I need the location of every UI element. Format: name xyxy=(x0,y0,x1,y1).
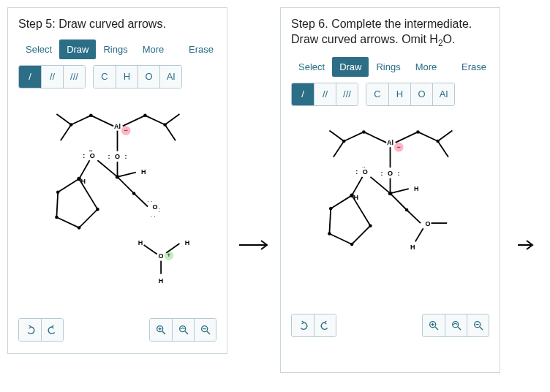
zoom-fit-button[interactable] xyxy=(445,314,467,336)
svg-line-31 xyxy=(144,245,157,255)
tab-more[interactable]: More xyxy=(408,57,445,77)
bottom-toolbar xyxy=(18,318,216,342)
svg-line-32 xyxy=(166,244,179,253)
element-C-button[interactable]: C xyxy=(366,83,388,105)
tab-draw[interactable]: Draw xyxy=(332,57,369,77)
svg-line-50 xyxy=(396,132,418,142)
svg-line-44 xyxy=(363,132,386,142)
svg-point-26 xyxy=(78,226,81,230)
mode-tabs: Select Draw Rings More xyxy=(18,39,171,59)
svg-line-15 xyxy=(118,172,136,176)
redo-button[interactable] xyxy=(41,319,63,341)
svg-point-70 xyxy=(350,242,354,246)
atom-O-alkoxide: O xyxy=(115,153,120,160)
zoom-in-button[interactable] xyxy=(150,319,172,341)
svg-line-20 xyxy=(56,192,58,216)
element-O-button[interactable]: O xyxy=(410,83,432,105)
tool-toolbar: / // /// C H O Al xyxy=(291,83,489,106)
svg-line-52 xyxy=(418,132,437,141)
atom-O-alkoxide: O xyxy=(388,170,393,177)
undo-button[interactable] xyxy=(19,319,41,341)
bond-buttons: / // /// xyxy=(291,83,358,106)
erase-button[interactable]: Erase xyxy=(459,57,489,77)
lone-pair: .. xyxy=(362,162,366,169)
neg-charge-label: − xyxy=(124,127,128,134)
neg-charge-label: − xyxy=(397,143,401,150)
tab-draw[interactable]: Draw xyxy=(59,39,96,59)
drawing-canvas[interactable]: Al − O : : H xyxy=(18,97,216,309)
svg-line-23 xyxy=(79,178,97,209)
tab-select[interactable]: Select xyxy=(18,39,59,59)
svg-point-71 xyxy=(369,224,372,227)
svg-line-59 xyxy=(391,189,409,193)
element-C-button[interactable]: C xyxy=(94,66,116,88)
zoom-out-button[interactable] xyxy=(467,314,489,336)
element-H-button[interactable]: H xyxy=(388,83,410,105)
redo-icon xyxy=(47,324,59,336)
svg-line-8 xyxy=(145,116,165,125)
zoom-fit-button[interactable] xyxy=(172,319,194,341)
tab-select[interactable]: Select xyxy=(291,57,332,77)
atom-O-lower: O xyxy=(425,219,430,227)
history-buttons xyxy=(291,314,336,337)
zoom-in-icon xyxy=(428,320,440,331)
svg-point-11 xyxy=(163,123,167,127)
triple-bond-button[interactable]: /// xyxy=(63,66,85,88)
element-Al-button[interactable]: Al xyxy=(159,66,181,88)
lone-pair: : xyxy=(355,168,358,176)
double-bond-button[interactable]: // xyxy=(314,83,336,105)
single-bond-button[interactable]: / xyxy=(292,83,314,105)
tab-rings[interactable]: Rings xyxy=(96,39,135,59)
arrow-right-icon xyxy=(238,238,270,252)
svg-line-78 xyxy=(435,327,438,330)
svg-line-0 xyxy=(91,116,113,126)
svg-line-4 xyxy=(61,124,71,140)
zoom-buttons xyxy=(422,314,489,337)
tool-toolbar: / // /// C H O Al xyxy=(18,65,216,88)
svg-line-84 xyxy=(480,327,483,330)
zoom-out-button[interactable] xyxy=(194,319,216,341)
lone-pair: . . xyxy=(147,197,152,203)
arrow-right-icon xyxy=(511,238,543,252)
history-buttons xyxy=(18,318,64,342)
svg-line-39 xyxy=(185,331,188,334)
double-bond-button[interactable]: // xyxy=(41,66,63,88)
reaction-arrow xyxy=(238,238,270,252)
svg-point-81 xyxy=(452,321,458,327)
zoom-reset-icon xyxy=(178,324,189,336)
element-buttons: C H O Al xyxy=(366,83,455,106)
top-toolbar: Select Draw Rings More Erase xyxy=(291,57,489,77)
prompt-text: Step 6. Complete the intermediate. Draw … xyxy=(291,17,489,50)
svg-line-60 xyxy=(370,176,390,193)
lone-pair: .. xyxy=(89,145,93,152)
undo-icon xyxy=(24,324,36,336)
molecule-svg: Al − O : : H O : .. H O xyxy=(291,115,489,305)
svg-line-19 xyxy=(58,178,79,192)
zoom-in-button[interactable] xyxy=(423,314,445,336)
element-Al-button[interactable]: Al xyxy=(432,83,454,105)
element-H-button[interactable]: H xyxy=(116,66,138,88)
undo-button[interactable] xyxy=(292,314,314,336)
atom-H: H xyxy=(141,168,146,176)
single-bond-button[interactable]: / xyxy=(19,66,41,88)
lone-pair: : xyxy=(397,170,399,177)
triple-bond-button[interactable]: /// xyxy=(336,83,358,105)
atom-H: H xyxy=(159,277,164,284)
svg-line-73 xyxy=(407,210,421,223)
atom-H: H xyxy=(410,244,415,251)
zoom-out-icon xyxy=(472,320,484,331)
lone-pair: : xyxy=(108,153,110,160)
svg-line-9 xyxy=(165,114,180,124)
atom-Al: Al xyxy=(114,123,121,130)
erase-button[interactable]: Erase xyxy=(186,39,216,59)
svg-line-64 xyxy=(329,208,331,233)
tab-rings[interactable]: Rings xyxy=(369,57,407,77)
svg-line-22 xyxy=(79,209,97,227)
tab-more[interactable]: More xyxy=(135,39,172,59)
redo-button[interactable] xyxy=(314,314,336,336)
element-O-button[interactable]: O xyxy=(138,66,159,88)
undo-icon xyxy=(297,320,309,331)
svg-line-16 xyxy=(97,160,117,177)
drawing-canvas[interactable]: Al − O : : H O : .. H O xyxy=(291,115,489,305)
lone-pair: : xyxy=(159,207,160,214)
